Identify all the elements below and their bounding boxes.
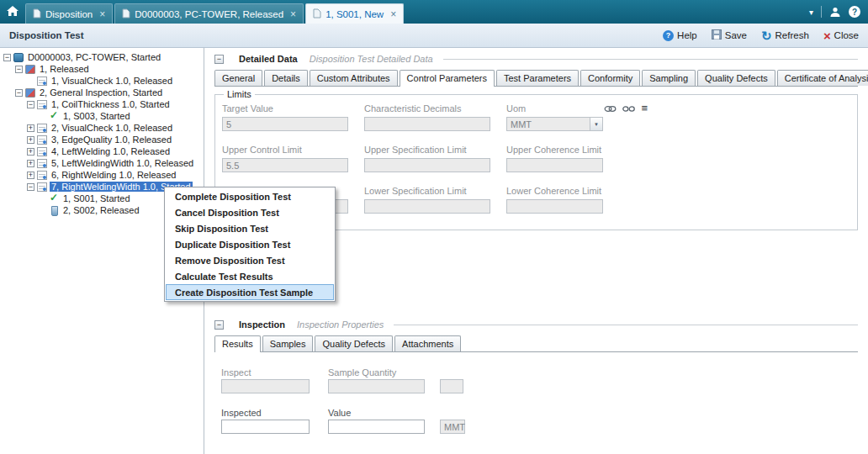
tab-sampling[interactable]: Sampling <box>642 70 696 86</box>
tab-label: 1, S001, New <box>326 9 384 19</box>
unlink-icon[interactable] <box>622 105 635 113</box>
topbar-divider <box>821 6 822 18</box>
sample-check-icon <box>49 112 59 121</box>
tab-conformity[interactable]: Conformity <box>580 70 640 86</box>
tab-samples[interactable]: Samples <box>262 335 314 351</box>
test-icon <box>37 147 47 156</box>
field-uom: Uom≡MMT▼ <box>506 103 648 131</box>
expand-icon[interactable]: + <box>27 172 34 179</box>
menu-icon[interactable]: ≡ <box>641 104 648 113</box>
context-menu: Complete Disposition TestCancel Disposit… <box>164 187 336 302</box>
tree-item-1-coilthickness-1-0-started[interactable]: −1, CoilThickness 1.0, Started <box>0 98 204 110</box>
tab-control-parameters[interactable]: Control Parameters <box>400 70 495 86</box>
collapse-icon[interactable]: − <box>15 89 23 97</box>
tab-results[interactable]: Results <box>214 335 261 351</box>
collapse-icon[interactable]: − <box>27 183 34 191</box>
expand-icon[interactable]: + <box>27 148 34 156</box>
app-tab-d0000003-pc-tower-released[interactable]: D0000003, PC-TOWER, Released× <box>114 3 304 24</box>
target_value-input: 5 <box>222 117 348 131</box>
collapse-icon[interactable]: − <box>15 66 23 73</box>
context-menu-item-complete-disposition-test[interactable]: Complete Disposition Test <box>166 188 334 204</box>
close-button[interactable]: × Close <box>823 30 859 40</box>
tree-item-5-leftweldingwidth-1-0-released[interactable]: +5, LeftWeldingWidth 1.0, Released <box>0 157 204 169</box>
section-divider <box>443 59 858 60</box>
tree-item-label: 1, VisualCheck 1.0, Released <box>50 76 174 86</box>
save-button[interactable]: Save <box>712 29 747 41</box>
tree-item-3-edgequality-1-0-released[interactable]: +3, EdgeQuality 1.0, Released <box>0 134 204 145</box>
tree-item-label: D0000003, PC-TOWER, Started <box>26 52 162 62</box>
collapse-section-icon[interactable]: − <box>214 320 224 330</box>
tab-label: Disposition <box>45 9 93 19</box>
refresh-label: Refresh <box>775 30 809 40</box>
topbar-tabs: Disposition×D0000003, PC-TOWER, Released… <box>25 3 404 24</box>
section-title: Inspection <box>239 319 285 330</box>
inspected-input[interactable] <box>221 420 310 434</box>
app-tab-1-s001-new[interactable]: 1, S001, New× <box>305 3 404 24</box>
close-label: Close <box>834 30 859 40</box>
test-icon <box>37 100 47 109</box>
document-icon <box>122 8 130 20</box>
home-button[interactable] <box>0 0 25 24</box>
tree-item-label: 2, VisualCheck 1.0, Released <box>50 123 174 133</box>
context-menu-item-skip-disposition-test[interactable]: Skip Disposition Test <box>166 220 334 236</box>
context-menu-item-cancel-disposition-test[interactable]: Cancel Disposition Test <box>166 204 334 220</box>
tree-item-4-leftwelding-1-0-released[interactable]: +4, LeftWelding 1.0, Released <box>0 145 204 157</box>
expand-icon[interactable]: + <box>27 124 34 132</box>
inspection-section-header: − Inspection Inspection Properties <box>214 318 858 331</box>
home-icon <box>6 5 19 18</box>
tab-close-icon[interactable]: × <box>99 10 105 18</box>
tree-item-label: 3, EdgeQuality 1.0, Released <box>50 135 173 145</box>
tree-item-1-released[interactable]: −1, Released <box>0 63 204 75</box>
help-button[interactable]: ? Help <box>663 30 697 41</box>
collapse-section-icon[interactable]: − <box>214 55 224 64</box>
tree-item-2-general-inspection-started[interactable]: −2, General Inspection, Started <box>0 87 204 98</box>
uom-select[interactable]: MMT▼ <box>506 117 603 131</box>
expand-icon[interactable]: + <box>27 160 34 167</box>
tree-item-label: 4, LeftWelding 1.0, Released <box>50 146 172 156</box>
tree-item-1-visualcheck-1-0-released[interactable]: 1, VisualCheck 1.0, Released <box>0 75 204 87</box>
tab-quality-defects[interactable]: Quality Defects <box>697 70 775 86</box>
save-label: Save <box>725 30 747 40</box>
dropdown-arrow-icon[interactable]: ▼ <box>590 118 602 130</box>
tab-general[interactable]: General <box>214 70 262 86</box>
tree-item-2-visualcheck-1-0-released[interactable]: +2, VisualCheck 1.0, Released <box>0 122 204 134</box>
link-icon[interactable] <box>604 105 617 113</box>
tab-test-parameters[interactable]: Test Parameters <box>496 70 579 86</box>
collapse-icon[interactable]: − <box>27 101 34 108</box>
user-icon[interactable] <box>829 6 841 18</box>
inspection-tabs: ResultsSamplesQuality DefectsAttachments <box>214 335 858 352</box>
tree-item-label: 6, RightWelding 1.0, Released <box>50 170 177 180</box>
inspect-label: Inspect <box>221 367 251 377</box>
expand-icon[interactable]: + <box>27 136 34 144</box>
tab-overflow-chevron-icon[interactable]: ▾ <box>809 8 813 17</box>
selected-value: MMT <box>507 118 590 130</box>
tree-item-6-rightwelding-1-0-released[interactable]: +6, RightWelding 1.0, Released <box>0 169 204 181</box>
field-label: Target Value <box>222 103 273 114</box>
context-menu-item-duplicate-disposition-test[interactable]: Duplicate Disposition Test <box>166 236 334 252</box>
help-circle-icon[interactable]: ? <box>849 6 860 18</box>
context-menu-item-remove-disposition-test[interactable]: Remove Disposition Test <box>166 252 334 268</box>
tab-quality-defects[interactable]: Quality Defects <box>315 335 393 351</box>
upper_specification_limit-input <box>364 158 490 172</box>
value-input[interactable] <box>328 420 425 434</box>
context-menu-item-create-disposition-test-sample[interactable]: Create Disposition Test Sample <box>166 284 334 300</box>
topbar-right: ▾ ? <box>809 6 868 18</box>
field-label: Upper Control Limit <box>222 145 302 155</box>
tab-close-icon[interactable]: × <box>290 10 296 18</box>
field-label: Lower Coherence Limit <box>506 186 601 196</box>
tree-item-1-s003-started[interactable]: 1, S003, Started <box>0 110 204 122</box>
detailed-data-tabs: GeneralDetailsCustom AttributesControl P… <box>214 70 858 87</box>
inspection-icon <box>25 88 35 98</box>
tree-item-d0000003-pc-tower-started[interactable]: −D0000003, PC-TOWER, Started <box>0 51 204 63</box>
app-tab-disposition[interactable]: Disposition× <box>25 3 113 24</box>
document-icon <box>33 8 41 20</box>
lower_specification_limit-input <box>364 199 490 214</box>
tab-attachments[interactable]: Attachments <box>394 335 461 351</box>
refresh-button[interactable]: ↻ Refresh <box>761 30 809 40</box>
context-menu-item-calculate-test-results[interactable]: Calculate Test Results <box>166 268 334 284</box>
tab-close-icon[interactable]: × <box>390 10 396 18</box>
tab-details[interactable]: Details <box>264 70 308 86</box>
tab-custom-attributes[interactable]: Custom Attributes <box>310 70 398 86</box>
tab-certificate-of-analysis[interactable]: Certificate of Analysis <box>777 70 868 86</box>
collapse-icon[interactable]: − <box>3 54 11 61</box>
